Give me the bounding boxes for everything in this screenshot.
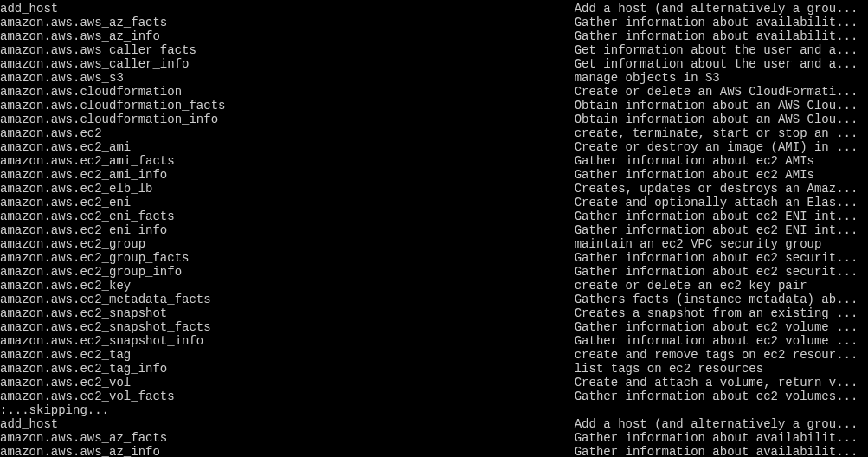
- module-description: Create and attach a volume, return v...: [575, 376, 858, 389]
- module-description: create, terminate, start or stop an ...: [575, 126, 858, 140]
- module-description: Creates a snapshot from an existing ...: [575, 306, 858, 320]
- module-description: Gather information about ec2 securit...: [575, 265, 858, 279]
- list-item: amazon.aws.ec2_ami Create or destroy an …: [0, 140, 868, 154]
- module-name: amazon.aws.ec2_vol: [0, 376, 575, 389]
- module-name: amazon.aws.cloudformation: [0, 85, 575, 99]
- module-description: Gather information about ec2 volume ...: [575, 334, 858, 348]
- module-name: amazon.aws.cloudformation_facts: [0, 99, 575, 113]
- module-name: amazon.aws.ec2_group_facts: [0, 251, 575, 265]
- module-description: list tags on ec2 resources: [575, 362, 763, 376]
- module-description: Gather information about ec2 AMIs: [575, 154, 814, 168]
- list-item: amazon.aws.ec2_vol Create and attach a v…: [0, 376, 868, 389]
- list-item: amazon.aws.ec2_metadata_facts Gathers fa…: [0, 293, 868, 306]
- module-description: Gathers facts (instance metadata) ab...: [575, 293, 858, 306]
- module-name: amazon.aws.ec2_ami_info: [0, 168, 575, 182]
- module-description: Add a host (and alternatively a grou...: [575, 417, 858, 431]
- module-name: amazon.aws.cloudformation_info: [0, 113, 575, 126]
- module-description: Add a host (and alternatively a grou...: [575, 2, 858, 16]
- module-name: amazon.aws.aws_az_info: [0, 445, 575, 457]
- terminal-output: add_host Add a host (and alternatively a…: [0, 0, 868, 457]
- module-name: add_host: [0, 2, 575, 16]
- module-description: Gather information about availabilit...: [575, 29, 858, 43]
- module-description: create or delete an ec2 key pair: [575, 279, 807, 293]
- list-item: amazon.aws.ec2_group_facts Gather inform…: [0, 251, 868, 265]
- list-item: amazon.aws.aws_az_info Gather informatio…: [0, 29, 868, 43]
- module-name: amazon.aws.aws_caller_info: [0, 57, 575, 71]
- module-name: amazon.aws.ec2_eni: [0, 196, 575, 209]
- list-item: amazon.aws.ec2 create, terminate, start …: [0, 126, 868, 140]
- module-description: Gather information about availabilit...: [575, 445, 858, 457]
- module-name: amazon.aws.ec2_eni_facts: [0, 209, 575, 223]
- module-description: create and remove tags on ec2 resour...: [575, 348, 858, 362]
- module-name: amazon.aws.ec2_snapshot: [0, 306, 575, 320]
- module-name: amazon.aws.ec2_key: [0, 279, 575, 293]
- module-name: amazon.aws.ec2_eni_info: [0, 223, 575, 237]
- module-description: Creates, updates or destroys an Amaz...: [575, 182, 858, 196]
- module-description: Get information about the user and a...: [575, 57, 858, 71]
- module-name: amazon.aws.ec2_tag: [0, 348, 575, 362]
- module-name: amazon.aws.ec2_vol_facts: [0, 389, 575, 403]
- list-item: amazon.aws.ec2_eni_info Gather informati…: [0, 223, 868, 237]
- list-item: amazon.aws.ec2_eni Create and optionally…: [0, 196, 868, 209]
- module-name: amazon.aws.aws_az_facts: [0, 431, 575, 445]
- module-description: Get information about the user and a...: [575, 43, 858, 57]
- list-item: amazon.aws.ec2_snapshot Creates a snapsh…: [0, 306, 868, 320]
- module-description: Gather information about availabilit...: [575, 431, 858, 445]
- module-description: Obtain information about an AWS Clou...: [575, 113, 858, 126]
- module-name: amazon.aws.ec2_elb_lb: [0, 182, 575, 196]
- module-name: amazon.aws.ec2_snapshot_info: [0, 334, 575, 348]
- module-description: Obtain information about an AWS Clou...: [575, 99, 858, 113]
- list-item: amazon.aws.ec2_vol_facts Gather informat…: [0, 389, 868, 403]
- module-description: Gather information about ec2 securit...: [575, 251, 858, 265]
- module-name: amazon.aws.ec2_group: [0, 237, 575, 251]
- list-item: amazon.aws.cloudformation Create or dele…: [0, 85, 868, 99]
- list-item: amazon.aws.ec2_snapshot_facts Gather inf…: [0, 320, 868, 334]
- module-description: Create and optionally attach an Elas...: [575, 196, 858, 209]
- module-description: Gather information about ec2 volume ...: [575, 320, 858, 334]
- module-name: amazon.aws.ec2_metadata_facts: [0, 293, 575, 306]
- list-item: amazon.aws.aws_az_facts Gather informati…: [0, 16, 868, 29]
- list-item: amazon.aws.aws_az_info Gather informatio…: [0, 445, 868, 457]
- list-item: amazon.aws.ec2_tag create and remove tag…: [0, 348, 868, 362]
- module-name: amazon.aws.ec2_ami_facts: [0, 154, 575, 168]
- module-description: Gather information about ec2 volumes...: [575, 389, 858, 403]
- list-item: amazon.aws.ec2_snapshot_info Gather info…: [0, 334, 868, 348]
- module-description: Create or delete an AWS CloudFormati...: [575, 85, 858, 99]
- list-item: amazon.aws.ec2_group_info Gather informa…: [0, 265, 868, 279]
- list-item: amazon.aws.cloudformation_facts Obtain i…: [0, 99, 868, 113]
- list-item: amazon.aws.ec2_elb_lb Creates, updates o…: [0, 182, 868, 196]
- list-item: amazon.aws.ec2_key create or delete an e…: [0, 279, 868, 293]
- module-name: amazon.aws.ec2_group_info: [0, 265, 575, 279]
- list-item: add_host Add a host (and alternatively a…: [0, 2, 868, 16]
- module-name: amazon.aws.aws_az_info: [0, 29, 575, 43]
- list-item: :...skipping...: [0, 403, 868, 417]
- module-description: Gather information about ec2 ENI int...: [575, 223, 858, 237]
- module-name: amazon.aws.aws_az_facts: [0, 16, 575, 29]
- module-name: :...skipping...: [0, 403, 575, 417]
- list-item: amazon.aws.aws_az_facts Gather informati…: [0, 431, 868, 445]
- list-item: amazon.aws.aws_s3 manage objects in S3: [0, 71, 868, 85]
- list-item: amazon.aws.ec2_ami_info Gather informati…: [0, 168, 868, 182]
- list-item: amazon.aws.cloudformation_info Obtain in…: [0, 113, 868, 126]
- module-description: manage objects in S3: [575, 71, 720, 85]
- module-name: amazon.aws.ec2_snapshot_facts: [0, 320, 575, 334]
- module-name: amazon.aws.ec2_tag_info: [0, 362, 575, 376]
- list-item: amazon.aws.ec2_eni_facts Gather informat…: [0, 209, 868, 223]
- list-item: amazon.aws.aws_caller_info Get informati…: [0, 57, 868, 71]
- list-item: amazon.aws.ec2_tag_info list tags on ec2…: [0, 362, 868, 376]
- list-item: add_host Add a host (and alternatively a…: [0, 417, 868, 431]
- module-description: maintain an ec2 VPC security group: [575, 237, 822, 251]
- module-description: Gather information about ec2 ENI int...: [575, 209, 858, 223]
- module-description: Gather information about ec2 AMIs: [575, 168, 814, 182]
- module-name: add_host: [0, 417, 575, 431]
- module-name: amazon.aws.ec2_ami: [0, 140, 575, 154]
- module-name: amazon.aws.aws_s3: [0, 71, 575, 85]
- list-item: amazon.aws.ec2_group maintain an ec2 VPC…: [0, 237, 868, 251]
- module-description: Create or destroy an image (AMI) in ...: [575, 140, 858, 154]
- module-description: Gather information about availabilit...: [575, 16, 858, 29]
- list-item: amazon.aws.aws_caller_facts Get informat…: [0, 43, 868, 57]
- list-item: amazon.aws.ec2_ami_facts Gather informat…: [0, 154, 868, 168]
- module-name: amazon.aws.aws_caller_facts: [0, 43, 575, 57]
- module-name: amazon.aws.ec2: [0, 126, 575, 140]
